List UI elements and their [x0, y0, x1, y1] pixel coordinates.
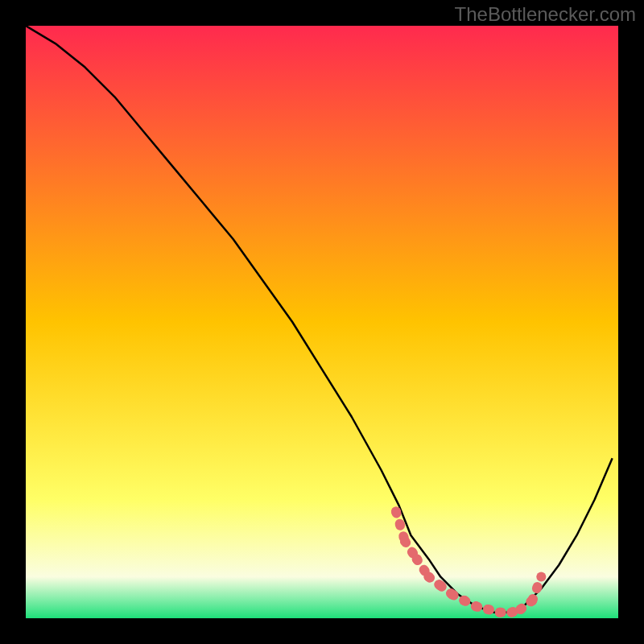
watermark-text: TheBottlenecker.com: [455, 3, 636, 26]
chart-plot-area: [26, 26, 618, 618]
chart-background: [26, 26, 618, 618]
chart-svg: [26, 26, 618, 618]
